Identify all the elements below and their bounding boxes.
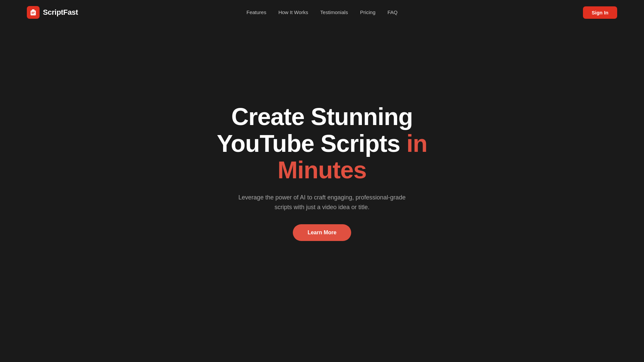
svg-rect-1: [32, 9, 35, 11]
svg-rect-0: [31, 10, 36, 15]
svg-rect-2: [32, 12, 35, 13]
nav-testimonials[interactable]: Testimonials: [320, 9, 348, 15]
hero-title-line3: Minutes: [277, 157, 366, 183]
hero-title: Create Stunning YouTube Scripts in Minut…: [217, 104, 427, 183]
nav-links: Features How It Works Testimonials Prici…: [247, 9, 398, 15]
hero-title-line2: YouTube Scripts: [217, 130, 406, 157]
hero-title-line1: Create Stunning: [231, 103, 413, 130]
logo-icon: [27, 6, 40, 19]
logo-link[interactable]: ScriptFast: [27, 6, 78, 19]
logo-svg: [30, 9, 37, 16]
nav-features[interactable]: Features: [247, 9, 266, 15]
sign-in-button[interactable]: Sign In: [583, 6, 617, 19]
navbar: ScriptFast Features How It Works Testimo…: [0, 0, 644, 25]
hero-title-accent-inline: in: [407, 130, 427, 157]
brand-name: ScriptFast: [43, 8, 78, 17]
hero-section: Create Stunning YouTube Scripts in Minut…: [0, 25, 644, 259]
nav-faq[interactable]: FAQ: [387, 9, 397, 15]
learn-more-button[interactable]: Learn More: [293, 224, 351, 241]
hero-subtitle: Leverage the power of AI to craft engagi…: [231, 193, 413, 212]
svg-rect-3: [32, 13, 34, 14]
nav-pricing[interactable]: Pricing: [360, 9, 375, 15]
nav-how-it-works[interactable]: How It Works: [278, 9, 308, 15]
